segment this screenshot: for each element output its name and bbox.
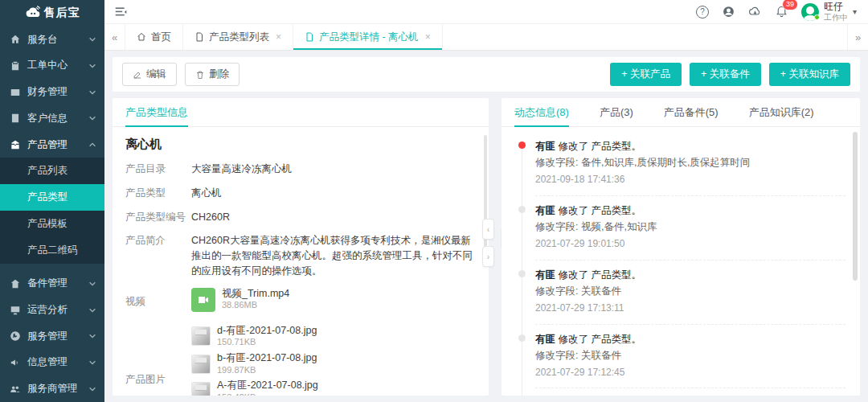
tab-product-type-list[interactable]: 产品类型列表 ×	[183, 24, 293, 50]
document-icon	[305, 32, 314, 42]
image-file[interactable]: b-有匪-2021-07-08.jpg 199.87KB	[191, 352, 318, 375]
sidebar-item-service-mgmt[interactable]: 服务管理	[0, 323, 104, 350]
image-file[interactable]: A-有匪-2021-07-08.jpg 153.42KB	[191, 379, 318, 396]
image-file[interactable]: d-有匪-2021-07-08.jpg 150.71KB	[191, 325, 318, 348]
right-panel-tabs: 动态信息(8) 产品(3) 产品备件(5) 产品知识库(2)	[502, 98, 860, 127]
file-name: A-有匪-2021-07-08.jpg	[217, 379, 318, 392]
timestamp: 2021-09-18 17:41:36	[535, 171, 845, 189]
sidebar-item-service-desk[interactable]: 服务台	[0, 27, 104, 53]
sidebar-item-label: 产品模板	[27, 217, 68, 231]
scrollbar-thumb[interactable]	[853, 132, 858, 281]
file-size: 153.42KB	[217, 392, 318, 396]
top-header: ? 39 旺仔 工作中 ▾	[104, 0, 868, 24]
tab-product-type-detail[interactable]: 产品类型详情 - 离心机 ×	[293, 24, 443, 50]
tab-label: 产品类型详情 - 离心机	[319, 31, 419, 44]
timeline-entry: 有匪 修改了 产品类型。 修改字段: 关联备件 2021-07-29 17:12…	[535, 331, 845, 389]
changed-fields: 修改字段: 备件,知识库,质保期时长,质保起算时间	[535, 154, 845, 171]
tab-knowledge[interactable]: 产品知识库(2)	[749, 98, 814, 126]
left-panel-tabs: 产品类型信息	[113, 98, 489, 127]
action-text: 修改了 产品类型。	[558, 141, 641, 152]
actor-name: 有匪	[535, 141, 555, 152]
chevron-down-icon	[88, 62, 96, 70]
sidebar-item-label: 产品类型	[27, 191, 68, 204]
collapse-sidebar-icon[interactable]	[114, 5, 128, 18]
sidebar-item-product-type[interactable]: 产品类型	[0, 184, 104, 211]
tab-activity[interactable]: 动态信息(8)	[514, 98, 569, 126]
activity-panel: 动态信息(8) 产品(3) 产品备件(5) 产品知识库(2) 有匪 修改了 产品…	[502, 98, 860, 396]
field-video: 视频 视频_Trim.mp4 38.86MB	[125, 288, 476, 316]
app-name: 售后宝	[44, 6, 80, 20]
chevron-down-icon	[88, 306, 96, 314]
product-box-icon	[10, 139, 21, 150]
video-file[interactable]: 视频_Trim.mp4 38.86MB	[191, 288, 289, 312]
clipboard-icon	[10, 60, 21, 72]
field-type: 产品类型 离心机	[125, 186, 476, 201]
sidebar-item-label: 产品列表	[27, 164, 68, 178]
support-agent-icon[interactable]	[722, 5, 735, 18]
sidebar-item-provider-mgmt[interactable]: 服务商管理	[0, 375, 104, 402]
tabs-scroll-right[interactable]: »	[847, 24, 868, 50]
collapse-left-icon[interactable]: ‹	[482, 219, 494, 240]
image-thumbnail	[191, 355, 211, 374]
sidebar-item-label: 服务商管理	[27, 382, 82, 396]
question-glyph: ?	[700, 7, 705, 16]
image-thumbnail	[191, 382, 211, 396]
link-product-button[interactable]: + 关联产品	[610, 63, 682, 86]
sidebar-item-product-qrcode[interactable]: 产品二维码	[0, 237, 104, 264]
edit-icon	[133, 70, 142, 80]
link-part-button[interactable]: + 关联备件	[690, 63, 761, 86]
chevron-up-icon	[88, 141, 96, 149]
cloud-download-icon[interactable]	[748, 5, 762, 18]
close-icon[interactable]: ×	[425, 31, 431, 43]
delete-button[interactable]: 删除	[185, 63, 240, 86]
field-label: 产品图片	[125, 372, 191, 388]
tab-home[interactable]: 首页	[125, 24, 183, 50]
actor-name: 有匪	[535, 334, 555, 345]
field-value: CH260R大容量高速冷冻离心机获得多项专利技术，是湘仪最新推出的一款智能型高校…	[191, 233, 476, 278]
notifications-button[interactable]: 39	[775, 4, 788, 20]
right-panel-scrollbar[interactable]	[853, 132, 858, 391]
people-icon	[10, 384, 21, 395]
chevron-down-icon	[88, 332, 96, 340]
sidebar-item-label: 信息管理	[27, 355, 82, 369]
sidebar-item-label: 运营分析	[27, 303, 82, 317]
action-toolbar: 编辑 删除 + 关联产品 + 关联备件 + 关联知识库	[113, 57, 860, 92]
edit-button[interactable]: 编辑	[122, 63, 177, 86]
help-icon[interactable]: ?	[696, 6, 709, 18]
sidebar: 售后宝 服务台 工单中心 财务管理 客户信息 产品管理 产品列表 产品类型 产品…	[0, 0, 104, 402]
document-icon	[194, 32, 204, 42]
field-catalog: 产品目录 大容量高速冷冻离心机	[125, 162, 476, 177]
sidebar-item-label: 产品管理	[27, 138, 82, 152]
sidebar-item-info-mgmt[interactable]: 信息管理	[0, 350, 104, 376]
app-logo[interactable]: 售后宝	[0, 0, 104, 27]
image-thumbnail	[191, 326, 211, 346]
service-icon	[10, 330, 21, 342]
sidebar-item-products[interactable]: 产品管理	[0, 132, 104, 158]
activity-timeline: 有匪 修改了 产品类型。 修改字段: 备件,知识库,质保期时长,质保起算时间 2…	[502, 127, 860, 396]
tab-product-type-info[interactable]: 产品类型信息	[125, 98, 188, 126]
collapse-right-icon[interactable]: ›	[482, 246, 494, 267]
tabs-scroll-left[interactable]: «	[104, 24, 125, 50]
timeline-entry: 有匪 修改了 产品类型。 修改字段: 关联备件 2021-07-29 17:11…	[535, 395, 845, 396]
content-area: 编辑 删除 + 关联产品 + 关联备件 + 关联知识库 产品类型信息 离心机	[104, 51, 868, 402]
sidebar-item-finance[interactable]: 财务管理	[0, 79, 104, 105]
chevron-down-icon	[88, 88, 96, 96]
tab-products[interactable]: 产品(3)	[600, 98, 633, 126]
sidebar-item-spare-parts[interactable]: 备件管理	[0, 270, 104, 297]
field-value: 离心机	[191, 186, 476, 201]
sidebar-item-product-template[interactable]: 产品模板	[0, 211, 104, 237]
sidebar-item-customers[interactable]: 客户信息	[0, 105, 104, 132]
close-icon[interactable]: ×	[276, 31, 281, 43]
sidebar-item-label: 财务管理	[27, 85, 82, 99]
sidebar-item-analytics[interactable]: 运营分析	[0, 297, 104, 323]
product-type-details: 离心机 产品目录 大容量高速冷冻离心机 产品类型 离心机 产品类型编号 CH26…	[113, 127, 489, 396]
panel-splitter: ‹ ›	[482, 219, 494, 267]
sidebar-item-work-orders[interactable]: 工单中心	[0, 52, 104, 79]
user-status: 工作中	[824, 13, 848, 22]
chevron-down-icon	[88, 114, 96, 122]
link-knowledge-button[interactable]: + 关联知识库	[769, 63, 850, 86]
field-label: 产品类型	[125, 186, 191, 201]
user-menu[interactable]: 旺仔 工作中 ▾	[801, 2, 857, 21]
sidebar-item-product-list[interactable]: 产品列表	[0, 158, 104, 184]
tab-spare-parts[interactable]: 产品备件(5)	[664, 98, 719, 126]
